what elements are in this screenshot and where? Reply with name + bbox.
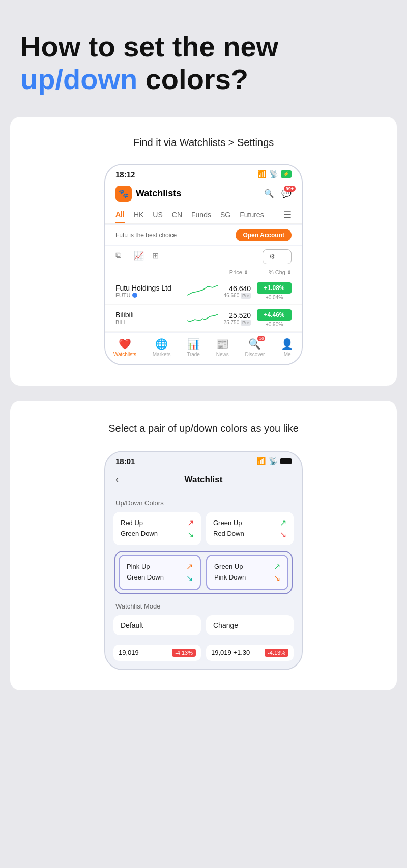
card-2: Select a pair of up/down colors as you l… (10, 401, 397, 690)
down-arrow-pink: ↘ (274, 573, 280, 583)
status-bar-2: 18:01 📶 📡 (105, 452, 302, 469)
logo-icon: 🐾 (115, 186, 132, 202)
stock-code-bili: BILI (115, 319, 181, 325)
nav-watchlists[interactable]: ❤️ Watchlists (113, 338, 136, 357)
mode-change-option[interactable]: Change (206, 615, 294, 635)
tab-funds[interactable]: Funds (191, 207, 211, 223)
settings-button[interactable]: ⚙ — (263, 249, 292, 264)
pink-up-green-down-option[interactable]: Pink UpGreen Down ↗ ↘ (119, 555, 201, 590)
phone-status-icons-1: 📶 📡 ⚡ (257, 170, 292, 178)
option-arrows-gur: ↗ ↘ (280, 518, 286, 539)
app-name: Watchlists (136, 188, 181, 199)
heart-icon: ❤️ (119, 338, 131, 350)
nav-label-watchlists: Watchlists (113, 352, 136, 357)
down-arrow-teal: ↘ (186, 573, 193, 583)
mode-options: Default Change (113, 615, 294, 635)
price-sub-bili: 25.750 Pre (224, 320, 251, 325)
option-label-gur: Green UpRed Down (213, 518, 244, 539)
table-header: Price ⇕ % Chg ⇕ (105, 267, 302, 278)
green-up-pink-down-option[interactable]: Green UpPink Down ↗ ↘ (206, 555, 288, 590)
bottom-stock-price-right: 19,019 +1.30 (211, 649, 250, 656)
stock-chg-bili: +4.46% +0.90% (257, 309, 292, 327)
tab-sg[interactable]: SG (220, 207, 230, 223)
signal-icon-2: 📶 (257, 457, 266, 465)
price-main-bili: 25.520 (224, 311, 251, 320)
tab-all[interactable]: All (115, 206, 125, 223)
pre-badge: Pre (241, 293, 251, 299)
stock-row-bili[interactable]: Bilibili BILI 25.520 25.750 Pre +4.46% +… (105, 305, 302, 332)
notification-badge: 99+ (284, 186, 296, 192)
color-options-top: Red UpGreen Down ↗ ↘ Green UpRed Down ↗ … (113, 512, 294, 545)
option-arrows-pug: ↗ ↘ (186, 562, 193, 583)
app-logo: 🐾 Watchlists (115, 186, 181, 202)
up-arrow-pink: ↗ (186, 562, 193, 571)
chart-icon[interactable]: 📈 (134, 251, 145, 262)
option-arrows-gup: ↗ ↘ (274, 562, 280, 583)
wifi-icon: 📡 (269, 170, 278, 178)
updown-colors-label: Up/Down Colors (113, 499, 294, 507)
search-icon[interactable]: 🔍 (264, 189, 274, 198)
price-main-futu: 46.640 (224, 284, 251, 293)
settings-divider: — (278, 253, 285, 261)
more-tabs-icon[interactable]: ☰ (283, 209, 292, 220)
nav-markets[interactable]: 🌐 Markets (153, 338, 171, 357)
bottom-nav: ❤️ Watchlists 🌐 Markets 📊 Trade 📰 News 🔍… (105, 333, 302, 364)
down-arrow-green: ↘ (187, 530, 194, 539)
page-header: How to set the new up/down colors? (0, 0, 407, 117)
nav-discover[interactable]: 🔍 16 Discover (245, 338, 265, 357)
mode-default-option[interactable]: Default (113, 615, 201, 635)
red-up-green-down-option[interactable]: Red UpGreen Down ↗ ↘ (113, 512, 201, 545)
nav-me[interactable]: 👤 Me (281, 338, 294, 357)
phone-time-2: 18:01 (115, 457, 135, 466)
watchlist-mode-label: Watchlist Mode (113, 602, 294, 610)
watchlist-app-header: 🐾 Watchlists 🔍 💬 99+ (105, 182, 302, 206)
code-dot (132, 293, 137, 298)
stock-name-futu: Futu Holdings Ltd (115, 284, 181, 292)
nav-label-discover: Discover (245, 352, 265, 357)
discover-icon: 🔍 16 (248, 338, 261, 350)
settings-header: ‹ Watchlist (105, 469, 302, 491)
main-title: How to set the new up/down colors? (20, 31, 387, 96)
watchlist-tabs: All HK US CN Funds SG Futures ☰ (105, 206, 302, 224)
tab-us[interactable]: US (153, 207, 162, 223)
copy-icon[interactable]: ⧉ (115, 251, 127, 262)
up-arrow-red: ↗ (187, 518, 194, 528)
bottom-stock-chg-right: -4.13% (265, 649, 288, 657)
green-up-red-down-option[interactable]: Green UpRed Down ↗ ↘ (206, 512, 294, 545)
phone-mockup-2: 18:01 📶 📡 ‹ Watchlist Up/Down Colors Red… (104, 451, 303, 670)
wifi-icon-2: 📡 (269, 457, 277, 465)
stock-chart-bili (187, 309, 218, 327)
stock-chart-futu (187, 282, 218, 300)
nav-label-trade: Trade (187, 352, 200, 357)
open-account-button[interactable]: Open Account (236, 229, 292, 241)
option-arrows-rug: ↗ ↘ (187, 518, 194, 539)
down-arrow-red: ↘ (280, 530, 286, 539)
bottom-stock-rows: 19,019 -4.13% 19,019 +1.30 -4.13% (105, 641, 302, 669)
updown-colors-section: Up/Down Colors Red UpGreen Down ↗ ↘ Gree… (105, 491, 302, 594)
chg-sub-bili: +0.90% (257, 322, 292, 327)
option-label-gup: Green UpPink Down (214, 562, 246, 583)
nav-trade[interactable]: 📊 Trade (187, 338, 200, 357)
title-line1: How to set the new (20, 31, 278, 63)
battery-icon-2 (280, 458, 292, 464)
bottom-stock-left: 19,019 -4.13% (113, 645, 201, 661)
up-arrow-green2: ↗ (274, 562, 280, 571)
tab-hk[interactable]: HK (134, 207, 143, 223)
option-label-pug: Pink UpGreen Down (127, 562, 164, 583)
chg-sub-futu: +0.04% (257, 295, 292, 300)
news-icon: 📰 (216, 338, 229, 350)
tab-futures[interactable]: Futures (240, 207, 264, 223)
grid-icon[interactable]: ⊞ (152, 251, 163, 262)
stock-chg-futu: +1.08% +0.04% (257, 282, 292, 300)
card2-subtitle: Select a pair of up/down colors as you l… (25, 421, 382, 436)
pre-badge-bili: Pre (241, 320, 251, 326)
notification-bell[interactable]: 💬 99+ (281, 189, 292, 198)
discover-badge: 16 (257, 336, 265, 341)
stock-code-futu: FUTU (115, 292, 181, 298)
tab-cn[interactable]: CN (172, 207, 182, 223)
up-arrow-green: ↗ (280, 518, 286, 528)
nav-news[interactable]: 📰 News (216, 338, 229, 357)
stock-row-futu[interactable]: Futu Holdings Ltd FUTU 46.640 46.660 Pre… (105, 278, 302, 305)
card1-subtitle: Find it via Watchlists > Settings (25, 137, 382, 149)
back-button[interactable]: ‹ (115, 474, 119, 485)
